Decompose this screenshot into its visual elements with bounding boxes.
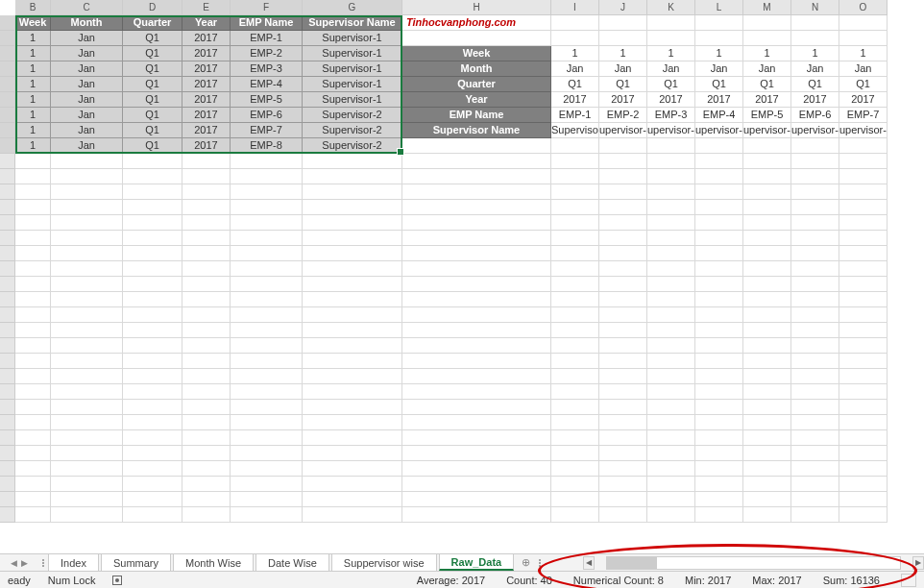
side-data[interactable]: Q1 <box>551 77 599 92</box>
cell[interactable] <box>303 384 402 400</box>
row-header[interactable] <box>0 77 15 92</box>
cell[interactable] <box>599 492 647 507</box>
data-quarter[interactable]: Q1 <box>123 92 182 108</box>
cell[interactable] <box>647 200 695 215</box>
cell[interactable] <box>51 430 123 446</box>
cell[interactable] <box>647 492 695 507</box>
row-header[interactable] <box>0 15 15 31</box>
cell[interactable] <box>839 415 888 430</box>
data-year[interactable]: 2017 <box>182 108 231 123</box>
cell[interactable] <box>743 292 791 307</box>
row-header[interactable] <box>0 108 15 123</box>
sheet-tab-raw_data[interactable]: Raw_Data <box>439 554 515 571</box>
cell[interactable] <box>182 292 231 307</box>
data-month[interactable]: Jan <box>51 77 123 92</box>
side-data[interactable]: upervisor-1 <box>599 123 647 138</box>
side-header[interactable]: EMP Name <box>402 108 551 123</box>
cell[interactable] <box>15 338 51 354</box>
cell[interactable] <box>303 492 402 507</box>
cell[interactable] <box>123 154 182 169</box>
cell[interactable] <box>839 200 888 215</box>
data-year[interactable]: 2017 <box>182 123 231 138</box>
cell[interactable] <box>402 307 551 323</box>
header-week[interactable]: Week <box>15 15 51 31</box>
cell[interactable] <box>839 307 888 323</box>
cell[interactable] <box>791 31 839 46</box>
cell[interactable] <box>839 154 888 169</box>
cell[interactable] <box>15 277 51 292</box>
cell[interactable] <box>647 15 695 31</box>
cell[interactable] <box>303 184 402 200</box>
cell[interactable] <box>231 492 303 507</box>
hscroll-right-button[interactable]: ▶ <box>912 556 924 570</box>
sheet-tab-date-wise[interactable]: Date Wise <box>255 554 329 571</box>
cell[interactable] <box>15 492 51 507</box>
row-header[interactable] <box>0 215 15 231</box>
cell[interactable] <box>839 323 888 338</box>
cell[interactable] <box>551 277 599 292</box>
cell[interactable] <box>303 261 402 277</box>
data-week[interactable]: 1 <box>15 92 51 108</box>
cell[interactable] <box>743 215 791 231</box>
cell[interactable] <box>551 231 599 246</box>
cell[interactable] <box>695 246 743 261</box>
cell[interactable] <box>551 507 599 523</box>
sheet-tab-index[interactable]: Index <box>48 554 99 571</box>
row-header[interactable] <box>0 369 15 384</box>
data-sup[interactable]: Supervisor-1 <box>303 46 402 61</box>
cell[interactable] <box>647 138 695 154</box>
cell[interactable] <box>182 446 231 461</box>
cell[interactable] <box>695 307 743 323</box>
cell[interactable] <box>182 507 231 523</box>
side-header[interactable]: Quarter <box>402 77 551 92</box>
header-month[interactable]: Month <box>51 15 123 31</box>
cell[interactable] <box>647 446 695 461</box>
row-header[interactable] <box>0 277 15 292</box>
cell[interactable] <box>231 215 303 231</box>
col-header-O[interactable]: O <box>839 0 888 15</box>
data-sup[interactable]: Supervisor-1 <box>303 61 402 77</box>
row-header[interactable] <box>0 323 15 338</box>
cell[interactable] <box>51 415 123 430</box>
cell[interactable] <box>551 384 599 400</box>
cell[interactable] <box>303 277 402 292</box>
col-header-F[interactable]: F <box>231 0 303 15</box>
cell[interactable] <box>182 200 231 215</box>
side-data[interactable]: Jan <box>839 61 888 77</box>
cell[interactable] <box>15 292 51 307</box>
cell[interactable] <box>839 138 888 154</box>
cell[interactable] <box>647 261 695 277</box>
side-data[interactable]: upervisor-u <box>839 123 888 138</box>
cell[interactable] <box>791 169 839 184</box>
col-header-M[interactable]: M <box>743 0 791 15</box>
side-data[interactable]: Q1 <box>695 77 743 92</box>
cell[interactable] <box>303 354 402 369</box>
cell[interactable] <box>791 261 839 277</box>
cell[interactable] <box>647 323 695 338</box>
add-sheet-button[interactable]: ⊕ <box>516 554 535 571</box>
cell[interactable] <box>51 261 123 277</box>
cell[interactable] <box>695 277 743 292</box>
cell[interactable] <box>791 338 839 354</box>
cell[interactable] <box>182 307 231 323</box>
cell[interactable] <box>839 477 888 492</box>
cell[interactable] <box>839 446 888 461</box>
cell[interactable] <box>551 492 599 507</box>
cell[interactable] <box>182 384 231 400</box>
cell[interactable] <box>839 292 888 307</box>
side-data[interactable]: upervisor-1 <box>647 123 695 138</box>
cell[interactable] <box>695 354 743 369</box>
cell[interactable] <box>15 215 51 231</box>
cell[interactable] <box>743 369 791 384</box>
cell[interactable] <box>231 477 303 492</box>
cell[interactable] <box>551 261 599 277</box>
cell[interactable] <box>182 169 231 184</box>
side-data[interactable]: Q1 <box>791 77 839 92</box>
cell[interactable] <box>791 323 839 338</box>
cell[interactable] <box>599 200 647 215</box>
cell[interactable] <box>791 200 839 215</box>
data-month[interactable]: Jan <box>51 138 123 154</box>
cell[interactable] <box>303 154 402 169</box>
side-data[interactable]: Q1 <box>743 77 791 92</box>
cell[interactable] <box>123 246 182 261</box>
